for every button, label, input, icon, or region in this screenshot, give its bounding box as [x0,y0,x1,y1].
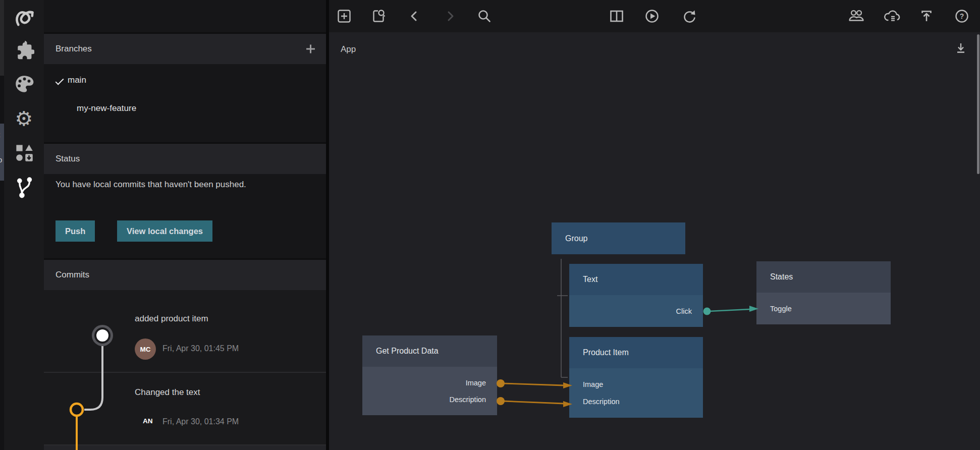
commit-row[interactable] [44,290,326,372]
svg-text:?: ? [960,12,964,20]
output-port-click[interactable] [703,308,711,315]
add-node-icon[interactable] [335,7,353,25]
navigate-forward-icon[interactable] [441,7,459,25]
panel-separator [326,0,329,450]
commits-section-header: Commits [44,258,326,290]
branches-title: Branches [56,44,92,54]
split-view-icon[interactable] [608,7,626,25]
commit-avatar: MC [135,339,156,360]
plugins-puzzle-icon[interactable] [13,39,35,62]
output-port-label-click[interactable]: Click [676,307,692,315]
version-control-branch-icon[interactable] [13,176,35,198]
help-icon[interactable]: ? [953,7,971,25]
clipped-letter: o [0,155,2,164]
app-window: t o ⚙ [0,0,980,450]
branch-label: main [68,75,86,85]
node-group[interactable]: Group [552,222,685,254]
components-icon[interactable] [13,141,35,164]
node-editor: ? App Group Text Click States Toggle G [329,0,980,450]
canvas-scrollbar-thumb[interactable] [977,34,979,174]
commit-date: Fri, Apr 30, 01:34 PM [162,417,239,426]
background-window-edge: t o [0,0,4,450]
view-local-changes-button[interactable]: View local changes [117,220,212,242]
wire-image [503,383,564,385]
next-section-edge [44,445,326,450]
node-text[interactable]: Text Click [569,264,703,327]
node-title: Text [569,264,703,295]
node-get-product-data[interactable]: Get Product Data Image Description [362,335,497,415]
commit-date: Fri, Apr 30, 01:45 PM [162,344,239,353]
cloud-services-icon[interactable] [882,7,900,25]
component-search-icon[interactable] [369,7,388,25]
avatar-initials: AN [143,417,153,425]
commits-title: Commits [56,270,89,280]
search-icon[interactable] [475,7,494,25]
node-title: States [756,261,891,293]
settings-gear-icon[interactable]: ⚙ [13,107,35,130]
node-title: Get Product Data [362,335,497,367]
input-port-label-image[interactable]: Image [583,380,603,388]
icon-sidebar: ⚙ [4,0,44,450]
preview-play-icon[interactable] [643,7,661,25]
noodl-logo-icon[interactable] [13,6,35,28]
current-branch-check-icon [44,75,66,85]
node-title: Product Item [569,337,703,368]
output-port-description[interactable] [497,397,505,405]
output-port-label-description[interactable]: Description [449,396,486,404]
component-breadcrumb[interactable]: App [341,44,356,54]
commit-message: added product item [135,314,208,324]
input-port-label-toggle[interactable]: Toggle [770,305,792,313]
push-button[interactable]: Push [56,220,95,242]
wire-description [503,401,564,404]
status-title: Status [56,154,80,164]
commit-row[interactable] [44,373,326,444]
node-states[interactable]: States Toggle [756,261,891,324]
output-port-label-image[interactable]: Image [466,379,486,387]
output-port-image[interactable] [497,379,505,387]
commit-message: Changed the text [135,387,200,398]
collaborators-icon[interactable] [847,7,865,25]
wire-click-toggle [709,309,750,311]
status-section-header: Status [44,142,326,174]
version-control-panel: Branches main my-new-feature Status You … [44,0,326,450]
avatar-initials: MC [140,346,151,353]
status-message: You have local commits that haven't been… [56,178,303,191]
deploy-upload-icon[interactable] [917,7,936,25]
editor-toolbar: ? [329,0,980,32]
background-window-snippet: t o [0,124,4,181]
branch-item-my-new-feature[interactable]: my-new-feature [44,97,326,120]
branch-label: my-new-feature [77,103,136,114]
background-window-corner [0,0,4,76]
styles-palette-icon[interactable] [13,73,35,95]
commit-divider [44,372,326,373]
add-branch-icon[interactable] [306,45,315,53]
node-title: Group [552,222,685,254]
branches-section-header: Branches [44,32,326,64]
node-product-item[interactable]: Product Item Image Description [569,337,703,418]
navigate-back-icon[interactable] [406,7,424,25]
branch-item-main[interactable]: main [44,69,326,92]
refresh-icon[interactable] [680,7,698,25]
input-port-label-description[interactable]: Description [583,398,620,406]
download-icon[interactable] [952,39,970,58]
